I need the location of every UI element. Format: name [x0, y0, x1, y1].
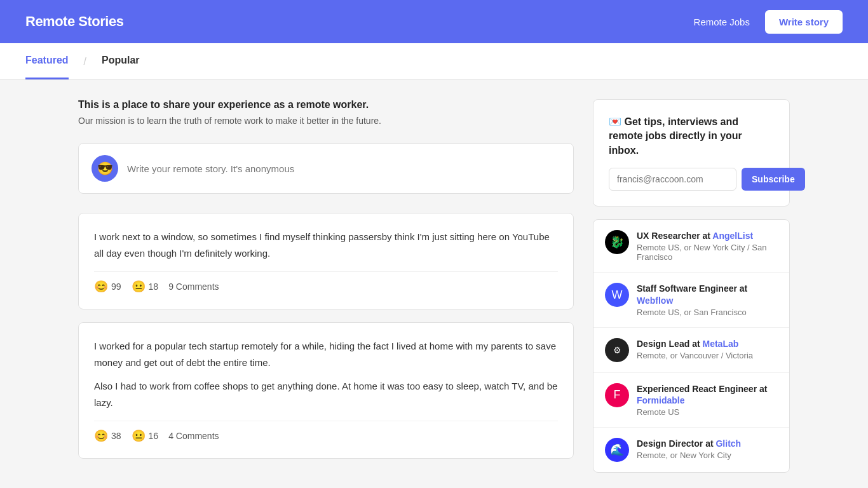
job-title: Design Director at Glitch	[637, 438, 778, 449]
job-item[interactable]: F Experienced React Engineer at Formidab…	[593, 373, 789, 428]
story-text: I work next to a window, so sometimes I …	[94, 229, 558, 261]
story-footer: 😊 99 😐 18 9 Comments	[94, 271, 558, 294]
job-item[interactable]: 🌊 Design Director at Glitch Remote, or N…	[593, 428, 789, 472]
header-nav: Remote Jobs Write story	[694, 10, 843, 34]
company-logo: W	[605, 283, 629, 307]
job-info: Staff Software Engineer at Webflow Remot…	[637, 283, 778, 316]
job-location: Remote, or New York City	[637, 451, 778, 460]
story-footer: 😊 38 😐 16 4 Comments	[94, 421, 558, 443]
main-content: This is a place to share your experience…	[53, 80, 815, 488]
newsletter-input-row: Subscribe	[609, 168, 774, 191]
newsletter-email-input[interactable]	[609, 168, 736, 191]
tab-featured[interactable]: Featured	[25, 43, 69, 79]
job-location: Remote, or Vancouver / Victoria	[637, 351, 778, 360]
company-logo: F	[605, 383, 629, 407]
intro-title: This is a place to share your experience…	[78, 99, 574, 111]
job-title: Design Lead at MetaLab	[637, 338, 778, 349]
neutral-icon: 😐	[132, 280, 146, 294]
job-info: UX Researcher at AngelList Remote US, or…	[637, 230, 778, 262]
job-location: Remote US	[637, 407, 778, 417]
newsletter-box: 💌 Get tips, interviews and remote jobs d…	[593, 99, 790, 207]
write-story-button[interactable]: Write story	[765, 10, 843, 34]
reaction-neutral: 😐 18	[132, 280, 159, 294]
intro-box: This is a place to share your experience…	[78, 99, 574, 128]
company-logo: ⚙	[605, 338, 629, 362]
intro-description: Our mission is to learn the truth of rem…	[78, 114, 574, 128]
story-text: I worked for a popular tech startup remo…	[94, 338, 558, 410]
comments-link[interactable]: 4 Comments	[168, 431, 219, 441]
job-location: Remote US, or New York City / San Franci…	[637, 243, 778, 262]
job-info: Design Director at Glitch Remote, or New…	[637, 438, 778, 460]
newsletter-emoji: 💌	[609, 116, 624, 127]
job-info: Experienced React Engineer at Formidable…	[637, 383, 778, 417]
job-title: Staff Software Engineer at Webflow	[637, 283, 778, 306]
comments-link[interactable]: 9 Comments	[168, 281, 219, 292]
reaction-neutral: 😐 16	[132, 429, 159, 443]
right-column: 💌 Get tips, interviews and remote jobs d…	[593, 99, 790, 473]
reaction-positive: 😊 38	[94, 429, 121, 443]
story-input-box[interactable]: 😎	[78, 143, 574, 194]
job-location: Remote US, or San Francisco	[637, 308, 778, 317]
jobs-box: 🐉 UX Researcher at AngelList Remote US, …	[593, 219, 790, 473]
job-title: Experienced React Engineer at Formidable	[637, 383, 778, 406]
newsletter-title: 💌 Get tips, interviews and remote jobs d…	[609, 115, 774, 158]
job-title: UX Researcher at AngelList	[637, 230, 778, 241]
reaction-positive: 😊 99	[94, 280, 121, 294]
company-logo: 🌊	[605, 438, 629, 462]
subscribe-button[interactable]: Subscribe	[742, 168, 805, 191]
job-item[interactable]: 🐉 UX Researcher at AngelList Remote US, …	[593, 220, 789, 273]
company-logo: 🐉	[605, 230, 629, 254]
story-card: I work next to a window, so sometimes I …	[78, 213, 574, 309]
job-item[interactable]: W Staff Software Engineer at Webflow Rem…	[593, 273, 789, 327]
story-card: I worked for a popular tech startup remo…	[78, 322, 574, 459]
smile-icon: 😊	[94, 280, 108, 294]
anon-avatar: 😎	[92, 155, 118, 182]
job-info: Design Lead at MetaLab Remote, or Vancou…	[637, 338, 778, 360]
story-input[interactable]	[127, 163, 560, 174]
tab-popular[interactable]: Popular	[102, 43, 140, 79]
tab-separator: /	[84, 56, 86, 67]
smile-icon: 😊	[94, 429, 108, 443]
tab-bar: Featured / Popular	[0, 43, 868, 80]
logo: Remote Stories	[25, 13, 123, 30]
header: Remote Stories Remote Jobs Write story	[0, 0, 868, 43]
remote-jobs-link[interactable]: Remote Jobs	[694, 17, 750, 27]
job-item[interactable]: ⚙ Design Lead at MetaLab Remote, or Vanc…	[593, 328, 789, 373]
left-column: This is a place to share your experience…	[78, 99, 574, 473]
neutral-icon: 😐	[132, 429, 146, 443]
